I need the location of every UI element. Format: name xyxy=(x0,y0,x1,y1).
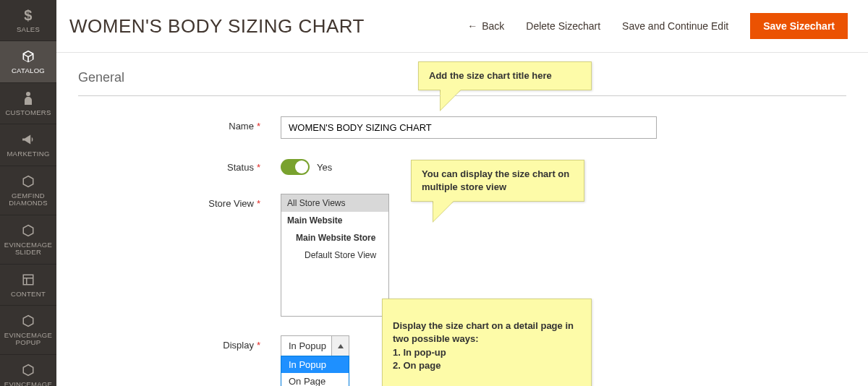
svg-marker-2 xyxy=(23,176,33,186)
back-button[interactable]: ← Back xyxy=(467,20,504,32)
sidebar-item-sales[interactable]: $ SALES xyxy=(0,0,56,41)
svg-rect-4 xyxy=(23,275,33,285)
sidebar-item-customers[interactable]: CUSTOMERS xyxy=(0,83,56,124)
sidebar-item-evince-slider[interactable]: EVINCEMAGE SLIDER xyxy=(0,215,56,265)
sidebar-item-label: SALES xyxy=(17,26,40,33)
sidebar-item-catalog[interactable]: CATALOG xyxy=(0,41,56,82)
status-label: Status* xyxy=(78,158,281,173)
sidebar-item-label: CUSTOMERS xyxy=(5,109,51,116)
display-label: Display* xyxy=(78,335,281,351)
display-dropdown-button[interactable]: In Popup xyxy=(281,335,349,356)
status-toggle[interactable] xyxy=(281,159,310,175)
main-content: WOMEN'S BODY SIZING CHART ← Back Delete … xyxy=(56,0,868,386)
sidebar-item-label: CONTENT xyxy=(11,291,46,298)
store-option[interactable]: All Store Views xyxy=(281,194,388,212)
header-actions: ← Back Delete Sizechart Save and Continu… xyxy=(467,13,848,39)
svg-text:$: $ xyxy=(24,8,32,22)
caret-up-icon xyxy=(331,336,349,356)
sidebar-item-marketing[interactable]: MARKETING xyxy=(0,124,56,166)
display-option[interactable]: On Page xyxy=(281,373,349,386)
display-dropdown[interactable]: In Popup In Popup On Page xyxy=(281,335,349,356)
store-option[interactable]: Default Store View xyxy=(281,246,388,264)
sidebar-item-gemfind[interactable]: GEMFIND DIAMONDS xyxy=(0,166,56,215)
delete-button[interactable]: Delete Sizechart xyxy=(526,20,600,32)
storeview-label: Store View* xyxy=(78,194,281,209)
hexagon-icon xyxy=(22,223,35,239)
display-dropdown-list: In Popup On Page xyxy=(281,356,349,386)
sidebar-item-label: MARKETING xyxy=(7,150,49,158)
callout-display: Display the size chart on a detail page … xyxy=(382,299,592,386)
back-label: Back xyxy=(482,20,504,32)
sidebar-item-label: EVINCEMAGE POPUP xyxy=(3,332,54,347)
name-input[interactable] xyxy=(281,116,657,139)
dollar-icon: $ xyxy=(23,7,33,23)
save-button[interactable]: Save Sizechart xyxy=(750,13,848,39)
hexagon-icon xyxy=(22,313,35,329)
cube-icon xyxy=(21,48,35,64)
megaphone-icon xyxy=(21,132,35,147)
sidebar-item-label: GEMFIND DIAMONDS xyxy=(3,192,54,207)
sidebar-item-label: CATALOG xyxy=(12,67,45,74)
hexagon-icon xyxy=(22,362,35,378)
sidebar-item-label: EVINCEMAGE TESTIMONIAL xyxy=(3,381,54,386)
sidebar-item-label: EVINCEMAGE SLIDER xyxy=(3,241,54,257)
page-header: WOMEN'S BODY SIZING CHART ← Back Delete … xyxy=(56,0,868,53)
page-title: WOMEN'S BODY SIZING CHART xyxy=(69,15,467,38)
sidebar-item-evince-testimonial[interactable]: EVINCEMAGE TESTIMONIAL xyxy=(0,355,56,386)
callout-title: Add the size chart title here xyxy=(418,61,592,90)
svg-marker-8 xyxy=(23,364,33,375)
name-label: Name* xyxy=(78,116,281,132)
store-option[interactable]: Main Website Store xyxy=(281,229,388,246)
svg-point-1 xyxy=(26,92,30,96)
layout-icon xyxy=(22,272,35,288)
svg-marker-7 xyxy=(23,315,33,326)
svg-marker-3 xyxy=(23,225,33,236)
arrow-left-icon: ← xyxy=(467,20,477,32)
sidebar-item-evince-popup[interactable]: EVINCEMAGE POPUP xyxy=(0,306,56,355)
form-content: General Name* Status* Yes Store View* Al… xyxy=(56,53,868,386)
sidebar-item-content[interactable]: CONTENT xyxy=(0,265,56,306)
status-value: Yes xyxy=(317,162,332,173)
person-icon xyxy=(23,90,33,106)
storeview-select[interactable]: All Store Views Main Website Main Websit… xyxy=(281,194,389,317)
save-continue-button[interactable]: Save and Continue Edit xyxy=(622,20,728,32)
display-option[interactable]: In Popup xyxy=(281,356,349,373)
callout-storeview: You can display the size chart on multip… xyxy=(411,160,584,202)
hexagon-icon xyxy=(22,173,35,189)
name-row: Name* xyxy=(78,116,846,139)
admin-sidebar: $ SALES CATALOG CUSTOMERS MARKETING GEMF… xyxy=(0,0,56,386)
store-option[interactable]: Main Website xyxy=(281,212,388,229)
